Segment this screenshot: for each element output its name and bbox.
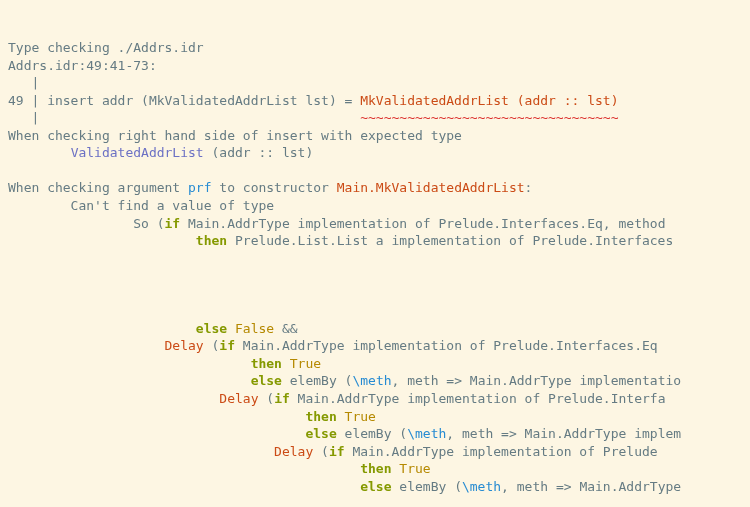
expr-else-3: else elemBy (\meth, meth => Main.AddrTyp…	[8, 426, 681, 441]
kw-else: else	[305, 426, 336, 441]
expr-then-4: then True	[8, 461, 431, 476]
meth: \meth	[462, 479, 501, 494]
delay: Delay	[219, 391, 258, 406]
delay: Delay	[274, 444, 313, 459]
text: When checking argument	[8, 180, 188, 195]
expr-delay-2: Delay (if Main.AddrType implementation o…	[8, 391, 665, 406]
pad	[8, 391, 219, 406]
delay: Delay	[165, 338, 204, 353]
pad	[8, 479, 360, 494]
kw-then: then	[360, 461, 391, 476]
msg-arg: When checking argument prf to constructo…	[8, 180, 532, 195]
expr-then-1: then Prelude.List.List a implementation …	[8, 233, 673, 248]
paren: (	[258, 391, 274, 406]
kw-if: if	[274, 391, 290, 406]
bool-false: False	[235, 321, 274, 336]
pad: |	[8, 110, 360, 125]
expr-else-2: else elemBy (\meth, meth => Main.AddrTyp…	[8, 373, 681, 388]
pad	[8, 426, 305, 441]
expr-so: So (if Main.AddrType implementation of P…	[8, 216, 665, 231]
paren: (	[204, 338, 220, 353]
text: , meth => Main.AddrType implementatio	[392, 373, 682, 388]
pad	[8, 373, 251, 388]
text: Main.AddrType implementation of Prelude	[345, 444, 658, 459]
expected-type: ValidatedAddrList (addr :: lst)	[8, 145, 313, 160]
text: , meth => Main.AddrType implem	[446, 426, 681, 441]
kw-then: then	[305, 409, 336, 424]
pad	[8, 233, 196, 248]
pad	[8, 409, 305, 424]
kw-else: else	[360, 479, 391, 494]
gutter-pipe: |	[8, 75, 39, 90]
text: , meth => Main.AddrType	[501, 479, 681, 494]
expr-then-3: then True	[8, 409, 376, 424]
amp: &&	[274, 321, 297, 336]
pad	[8, 461, 360, 476]
ctor-name: Main.MkValidatedAddrList	[337, 180, 525, 195]
meth: \meth	[352, 373, 391, 388]
pad	[8, 444, 274, 459]
bool-true: True	[399, 461, 430, 476]
kw-if: if	[329, 444, 345, 459]
msg-rhs: When checking right hand side of insert …	[8, 128, 462, 143]
text: Main.AddrType implementation of Prelude.…	[290, 391, 666, 406]
pad	[8, 356, 251, 371]
pad	[8, 338, 165, 353]
text: Main.AddrType implementation of Prelude.…	[235, 338, 658, 353]
expr-then-2: then True	[8, 356, 321, 371]
expr-else-4: else elemBy (\meth, meth => Main.AddrTyp…	[8, 479, 681, 494]
sp	[337, 409, 345, 424]
text: to constructor	[212, 180, 337, 195]
highlighted-expr: MkValidatedAddrList (addr :: lst)	[360, 93, 618, 108]
pad	[8, 145, 71, 160]
code-line-49: 49 | insert addr (MkValidatedAddrList ls…	[8, 93, 618, 108]
kw-then: then	[196, 233, 227, 248]
kw-then: then	[251, 356, 282, 371]
colon: :	[525, 180, 533, 195]
text: Main.AddrType implementation of Prelude.…	[180, 216, 665, 231]
kw-if: if	[165, 216, 181, 231]
kw-else: else	[196, 321, 227, 336]
kw-else: else	[251, 373, 282, 388]
msg-cant-find: Can't find a value of type	[8, 198, 274, 213]
arg-name: prf	[188, 180, 211, 195]
kw-if: if	[219, 338, 235, 353]
paren: (	[313, 444, 329, 459]
code-prefix: 49 | insert addr (MkValidatedAddrList ls…	[8, 93, 360, 108]
line-location: Addrs.idr:49:41-73:	[8, 58, 157, 73]
sp	[227, 321, 235, 336]
text: elemBy (	[282, 373, 352, 388]
type-args: (addr :: lst)	[204, 145, 314, 160]
tilde-underline: ~~~~~~~~~~~~~~~~~~~~~~~~~~~~~~~~~	[360, 110, 618, 125]
type-name: ValidatedAddrList	[71, 145, 204, 160]
error-underline-row: | ~~~~~~~~~~~~~~~~~~~~~~~~~~~~~~~~~	[8, 110, 618, 125]
expr-delay-1: Delay (if Main.AddrType implementation o…	[8, 338, 658, 353]
text: elemBy (	[337, 426, 407, 441]
pad	[8, 321, 196, 336]
pad: So (	[8, 216, 165, 231]
bool-true: True	[290, 356, 321, 371]
text: Prelude.List.List a implementation of Pr…	[227, 233, 673, 248]
sp	[282, 356, 290, 371]
expr-delay-3: Delay (if Main.AddrType implementation o…	[8, 444, 658, 459]
bool-true: True	[345, 409, 376, 424]
text: elemBy (	[392, 479, 462, 494]
meth: \meth	[407, 426, 446, 441]
line-typechecking: Type checking ./Addrs.idr	[8, 40, 204, 55]
expr-else-1: else False &&	[8, 321, 298, 336]
